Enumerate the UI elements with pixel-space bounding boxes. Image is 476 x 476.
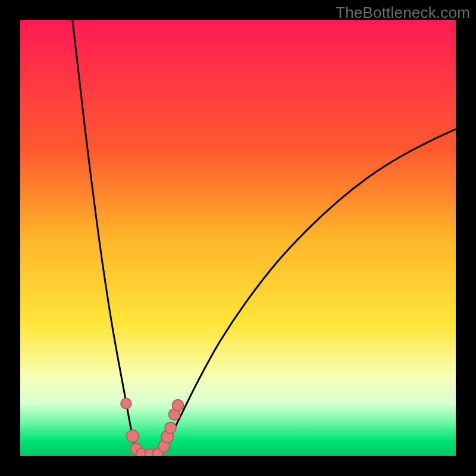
data-dot — [172, 400, 183, 411]
data-dot — [165, 422, 176, 434]
plot-background — [20, 20, 456, 456]
watermark-text: TheBottleneck.com — [336, 4, 470, 22]
data-dot — [127, 430, 139, 442]
chart-frame: TheBottleneck.com — [0, 0, 476, 476]
bottleneck-chart — [20, 20, 456, 456]
data-dot — [121, 398, 131, 409]
